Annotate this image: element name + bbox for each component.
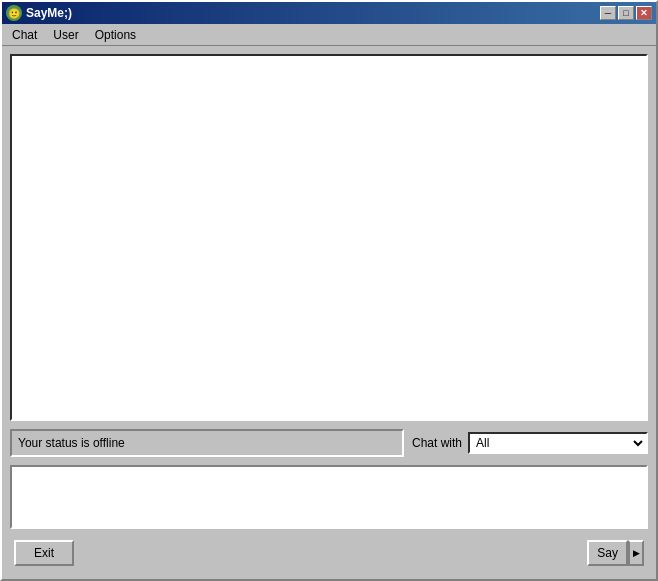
minimize-button[interactable]: ─	[600, 6, 616, 20]
maximize-button[interactable]: □	[618, 6, 634, 20]
menu-options[interactable]: Options	[89, 26, 142, 44]
chat-display	[10, 54, 648, 421]
say-button-dropdown[interactable]: ▶	[628, 540, 644, 566]
main-window: 🙂 SayMe;) ─ □ ✕ Chat User Options Your s…	[0, 0, 658, 581]
status-label: Your status is offline	[18, 436, 125, 450]
main-content: Your status is offline Chat with All Exi…	[2, 46, 656, 579]
message-input[interactable]	[10, 465, 648, 529]
chat-with-row: Chat with All	[412, 432, 648, 454]
say-button[interactable]: Say	[587, 540, 628, 566]
status-row: Your status is offline Chat with All	[10, 427, 648, 459]
status-text: Your status is offline	[10, 429, 404, 457]
title-controls: ─ □ ✕	[600, 6, 652, 20]
exit-button[interactable]: Exit	[14, 540, 74, 566]
chat-with-label: Chat with	[412, 436, 462, 450]
menu-bar: Chat User Options	[2, 24, 656, 46]
title-bar-left: 🙂 SayMe;)	[6, 5, 72, 21]
close-button[interactable]: ✕	[636, 6, 652, 20]
say-button-group: Say ▶	[587, 540, 644, 566]
menu-chat[interactable]: Chat	[6, 26, 43, 44]
title-bar: 🙂 SayMe;) ─ □ ✕	[2, 2, 656, 24]
window-title: SayMe;)	[26, 6, 72, 20]
menu-user[interactable]: User	[47, 26, 84, 44]
chat-with-select[interactable]: All	[468, 432, 648, 454]
bottom-bar: Exit Say ▶	[10, 535, 648, 571]
app-icon: 🙂	[6, 5, 22, 21]
